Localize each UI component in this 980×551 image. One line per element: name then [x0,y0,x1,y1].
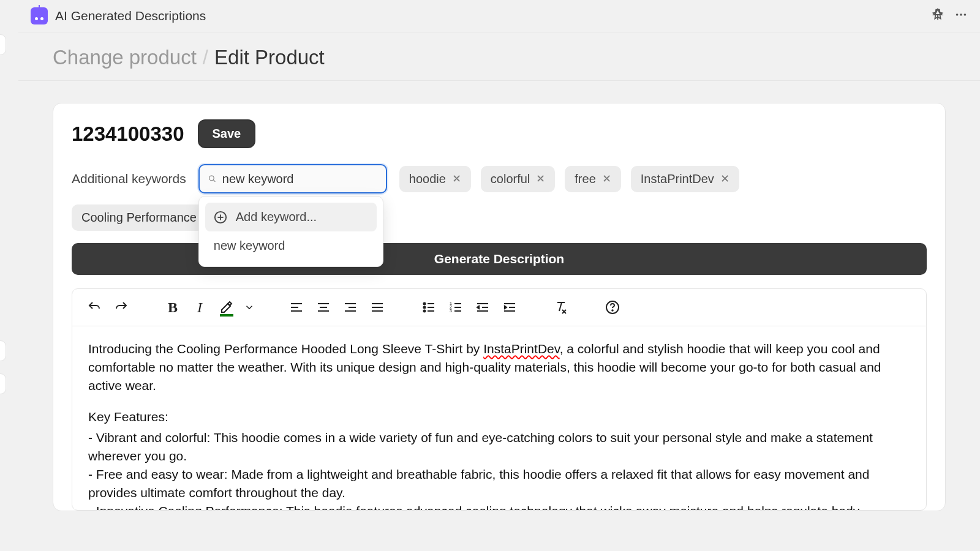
text-color-button[interactable] [217,298,236,317]
dropdown-add-keyword[interactable]: Add keyword... [205,203,377,231]
keyword-search-wrap[interactable] [198,164,387,193]
close-icon[interactable]: ✕ [720,172,729,186]
feature-bullet: - Vibrant and colorful: This hoodie come… [88,429,910,465]
feature-bullet: - Free and easy to wear: Made from a lig… [88,465,910,502]
align-center-button[interactable] [314,298,333,317]
breadcrumb: Change product / Edit Product [53,46,946,69]
app-title: AI Generated Descriptions [55,9,206,23]
product-id: 1234100330 [72,122,184,146]
breadcrumb-parent[interactable]: Change product [53,46,197,69]
breadcrumb-current: Edit Product [214,46,325,69]
plus-circle-icon [214,211,227,224]
text-color-chevron[interactable] [244,298,255,317]
topbar: AI Generated Descriptions [18,0,980,32]
outdent-button[interactable] [473,298,492,317]
undo-button[interactable] [85,298,104,317]
keyword-chip-hoodie[interactable]: hoodie✕ [399,166,471,192]
svg-point-2 [960,13,962,16]
italic-button[interactable]: I [190,298,209,317]
bullet-list-button[interactable] [419,298,439,317]
keyword-dropdown: Add keyword... new keyword [198,196,383,267]
align-left-button[interactable] [287,298,306,317]
keyword-chip-colorful[interactable]: colorful✕ [481,166,555,192]
save-button[interactable]: Save [199,121,255,147]
close-icon[interactable]: ✕ [452,172,461,186]
editor-toolbar: B I 123 [72,289,926,326]
clear-formatting-button[interactable] [551,298,571,317]
close-icon[interactable]: ✕ [602,172,611,186]
product-name-chip[interactable]: Cooling Performance Hooded Long Sleeve T… [72,204,213,231]
keyword-input[interactable] [222,172,377,186]
svg-point-23 [424,310,426,312]
svg-point-1 [956,13,959,16]
svg-line-5 [213,180,215,182]
numbered-list-button[interactable]: 123 [446,298,466,317]
dropdown-match-item[interactable]: new keyword [205,231,377,260]
search-icon [208,173,216,185]
keyword-chip-free[interactable]: free✕ [565,166,620,192]
key-features-heading: Key Features: [88,408,910,426]
svg-point-3 [964,13,967,16]
keyword-chip-instaprint[interactable]: InstaPrintDev✕ [631,166,739,192]
rich-text-editor: B I 123 [72,288,927,511]
svg-point-21 [424,303,426,305]
dropdown-add-label: Add keyword... [236,210,317,224]
svg-point-42 [612,310,613,311]
svg-point-22 [424,307,426,309]
help-button[interactable] [603,298,622,317]
feature-bullet: - Innovative Cooling Performance: This h… [88,502,910,511]
indent-button[interactable] [500,298,519,317]
align-right-button[interactable] [341,298,360,317]
pin-icon[interactable] [931,8,944,24]
breadcrumb-separator: / [203,46,208,69]
app-icon [31,7,48,24]
svg-point-4 [209,176,214,181]
redo-button[interactable] [111,298,131,317]
editor-content[interactable]: Introducing the Cooling Performance Hood… [72,326,926,510]
marker-icon [219,299,234,313]
dropdown-match-label: new keyword [214,239,285,253]
align-justify-button[interactable] [368,298,387,317]
svg-text:3: 3 [450,309,452,313]
close-icon[interactable]: ✕ [536,172,545,186]
bold-button[interactable]: B [163,298,183,317]
keywords-label: Additional keywords [72,171,186,186]
spell-error: InstaPrintDev [483,342,560,356]
product-card: 1234100330 Save Additional keywords Add … [53,103,946,511]
more-icon[interactable] [954,8,968,24]
